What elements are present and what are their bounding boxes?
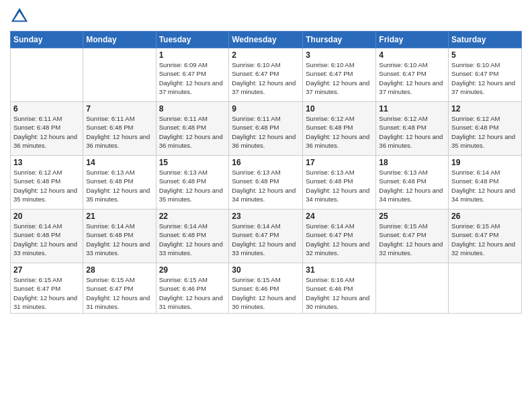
calendar-cell: 8Sunrise: 6:11 AMSunset: 6:48 PMDaylight… — [156, 102, 229, 156]
day-info: Sunrise: 6:14 AMSunset: 6:48 PMDaylight:… — [451, 168, 519, 203]
day-info: Sunrise: 6:14 AMSunset: 6:48 PMDaylight:… — [13, 222, 80, 257]
day-header-monday: Monday — [83, 32, 156, 48]
day-number: 10 — [306, 104, 373, 113]
logo — [10, 7, 32, 26]
calendar-cell: 24Sunrise: 6:14 AMSunset: 6:47 PMDayligh… — [303, 210, 376, 263]
calendar-cell — [83, 48, 156, 102]
day-info: Sunrise: 6:11 AMSunset: 6:48 PMDaylight:… — [232, 114, 300, 150]
day-info: Sunrise: 6:15 AMSunset: 6:47 PMDaylight:… — [86, 275, 152, 311]
day-header-saturday: Saturday — [449, 32, 522, 48]
day-number: 12 — [451, 104, 519, 113]
calendar-cell: 29Sunrise: 6:15 AMSunset: 6:46 PMDayligh… — [156, 263, 229, 314]
calendar-cell: 17Sunrise: 6:13 AMSunset: 6:48 PMDayligh… — [303, 156, 376, 210]
day-number: 9 — [232, 104, 300, 113]
day-info: Sunrise: 6:12 AMSunset: 6:48 PMDaylight:… — [306, 114, 373, 150]
day-info: Sunrise: 6:15 AMSunset: 6:46 PMDaylight:… — [232, 275, 300, 311]
calendar-cell: 23Sunrise: 6:14 AMSunset: 6:47 PMDayligh… — [229, 210, 303, 263]
day-info: Sunrise: 6:14 AMSunset: 6:48 PMDaylight:… — [159, 222, 226, 257]
calendar-cell: 10Sunrise: 6:12 AMSunset: 6:48 PMDayligh… — [303, 102, 376, 156]
calendar-cell: 13Sunrise: 6:12 AMSunset: 6:48 PMDayligh… — [11, 156, 83, 210]
day-header-thursday: Thursday — [303, 32, 376, 48]
day-number: 21 — [86, 212, 152, 221]
calendar-cell — [449, 263, 522, 314]
calendar-cell: 11Sunrise: 6:12 AMSunset: 6:48 PMDayligh… — [376, 102, 449, 156]
day-header-friday: Friday — [376, 32, 449, 48]
day-info: Sunrise: 6:10 AMSunset: 6:47 PMDaylight:… — [379, 60, 445, 96]
day-info: Sunrise: 6:14 AMSunset: 6:47 PMDaylight:… — [232, 222, 300, 257]
calendar-cell: 5Sunrise: 6:10 AMSunset: 6:47 PMDaylight… — [449, 48, 522, 102]
week-row: 13Sunrise: 6:12 AMSunset: 6:48 PMDayligh… — [11, 156, 522, 210]
calendar-cell: 27Sunrise: 6:15 AMSunset: 6:47 PMDayligh… — [11, 263, 83, 314]
day-number: 18 — [379, 158, 445, 167]
day-number: 31 — [306, 265, 373, 275]
header — [10, 7, 522, 26]
day-number: 27 — [13, 265, 80, 275]
day-number: 24 — [306, 212, 373, 221]
day-number: 6 — [13, 104, 80, 113]
day-number: 26 — [451, 212, 519, 221]
logo-icon — [10, 7, 29, 26]
day-info: Sunrise: 6:10 AMSunset: 6:47 PMDaylight:… — [306, 60, 373, 96]
day-info: Sunrise: 6:13 AMSunset: 6:48 PMDaylight:… — [232, 168, 300, 203]
week-row: 1Sunrise: 6:09 AMSunset: 6:47 PMDaylight… — [11, 48, 522, 102]
day-info: Sunrise: 6:13 AMSunset: 6:48 PMDaylight:… — [159, 168, 226, 203]
day-info: Sunrise: 6:10 AMSunset: 6:47 PMDaylight:… — [451, 60, 519, 96]
day-number: 1 — [159, 50, 226, 60]
day-number: 16 — [232, 158, 300, 167]
day-info: Sunrise: 6:15 AMSunset: 6:46 PMDaylight:… — [159, 275, 226, 311]
day-info: Sunrise: 6:10 AMSunset: 6:47 PMDaylight:… — [232, 60, 300, 96]
calendar-cell: 4Sunrise: 6:10 AMSunset: 6:47 PMDaylight… — [376, 48, 449, 102]
day-info: Sunrise: 6:11 AMSunset: 6:48 PMDaylight:… — [13, 114, 80, 150]
calendar-cell: 30Sunrise: 6:15 AMSunset: 6:46 PMDayligh… — [229, 263, 303, 314]
week-row: 20Sunrise: 6:14 AMSunset: 6:48 PMDayligh… — [11, 210, 522, 263]
day-info: Sunrise: 6:11 AMSunset: 6:48 PMDaylight:… — [86, 114, 152, 150]
calendar-cell: 18Sunrise: 6:13 AMSunset: 6:48 PMDayligh… — [376, 156, 449, 210]
day-number: 8 — [159, 104, 226, 113]
header-row: SundayMondayTuesdayWednesdayThursdayFrid… — [11, 32, 522, 48]
calendar-cell: 9Sunrise: 6:11 AMSunset: 6:48 PMDaylight… — [229, 102, 303, 156]
calendar-cell: 12Sunrise: 6:12 AMSunset: 6:48 PMDayligh… — [449, 102, 522, 156]
day-number: 11 — [379, 104, 445, 113]
calendar: SundayMondayTuesdayWednesdayThursdayFrid… — [10, 31, 522, 314]
week-row: 27Sunrise: 6:15 AMSunset: 6:47 PMDayligh… — [11, 263, 522, 314]
day-number: 30 — [232, 265, 300, 275]
day-number: 15 — [159, 158, 226, 167]
day-number: 14 — [86, 158, 152, 167]
calendar-cell: 21Sunrise: 6:14 AMSunset: 6:48 PMDayligh… — [83, 210, 156, 263]
week-row: 6Sunrise: 6:11 AMSunset: 6:48 PMDaylight… — [11, 102, 522, 156]
day-info: Sunrise: 6:12 AMSunset: 6:48 PMDaylight:… — [379, 114, 445, 150]
page: SundayMondayTuesdayWednesdayThursdayFrid… — [0, 0, 532, 411]
calendar-cell: 3Sunrise: 6:10 AMSunset: 6:47 PMDaylight… — [303, 48, 376, 102]
day-info: Sunrise: 6:09 AMSunset: 6:47 PMDaylight:… — [159, 60, 226, 96]
calendar-cell: 2Sunrise: 6:10 AMSunset: 6:47 PMDaylight… — [229, 48, 303, 102]
calendar-cell — [376, 263, 449, 314]
day-number: 20 — [13, 212, 80, 221]
day-number: 13 — [13, 158, 80, 167]
calendar-cell: 1Sunrise: 6:09 AMSunset: 6:47 PMDaylight… — [156, 48, 229, 102]
calendar-cell — [11, 48, 83, 102]
day-info: Sunrise: 6:13 AMSunset: 6:48 PMDaylight:… — [306, 168, 373, 203]
day-number: 28 — [86, 265, 152, 275]
day-number: 23 — [232, 212, 300, 221]
calendar-cell: 6Sunrise: 6:11 AMSunset: 6:48 PMDaylight… — [11, 102, 83, 156]
day-number: 5 — [451, 50, 519, 60]
calendar-cell: 7Sunrise: 6:11 AMSunset: 6:48 PMDaylight… — [83, 102, 156, 156]
day-header-sunday: Sunday — [11, 32, 83, 48]
day-number: 2 — [232, 50, 300, 60]
calendar-cell: 28Sunrise: 6:15 AMSunset: 6:47 PMDayligh… — [83, 263, 156, 314]
day-number: 3 — [306, 50, 373, 60]
day-info: Sunrise: 6:11 AMSunset: 6:48 PMDaylight:… — [159, 114, 226, 150]
calendar-cell: 19Sunrise: 6:14 AMSunset: 6:48 PMDayligh… — [449, 156, 522, 210]
day-info: Sunrise: 6:16 AMSunset: 6:46 PMDaylight:… — [306, 275, 373, 311]
day-info: Sunrise: 6:15 AMSunset: 6:47 PMDaylight:… — [451, 222, 519, 257]
day-info: Sunrise: 6:12 AMSunset: 6:48 PMDaylight:… — [13, 168, 80, 203]
calendar-cell: 25Sunrise: 6:15 AMSunset: 6:47 PMDayligh… — [376, 210, 449, 263]
calendar-cell: 15Sunrise: 6:13 AMSunset: 6:48 PMDayligh… — [156, 156, 229, 210]
calendar-cell: 20Sunrise: 6:14 AMSunset: 6:48 PMDayligh… — [11, 210, 83, 263]
day-info: Sunrise: 6:14 AMSunset: 6:47 PMDaylight:… — [306, 222, 373, 257]
day-number: 17 — [306, 158, 373, 167]
day-info: Sunrise: 6:15 AMSunset: 6:47 PMDaylight:… — [13, 275, 80, 311]
calendar-cell: 16Sunrise: 6:13 AMSunset: 6:48 PMDayligh… — [229, 156, 303, 210]
calendar-cell: 26Sunrise: 6:15 AMSunset: 6:47 PMDayligh… — [449, 210, 522, 263]
day-info: Sunrise: 6:13 AMSunset: 6:48 PMDaylight:… — [86, 168, 152, 203]
